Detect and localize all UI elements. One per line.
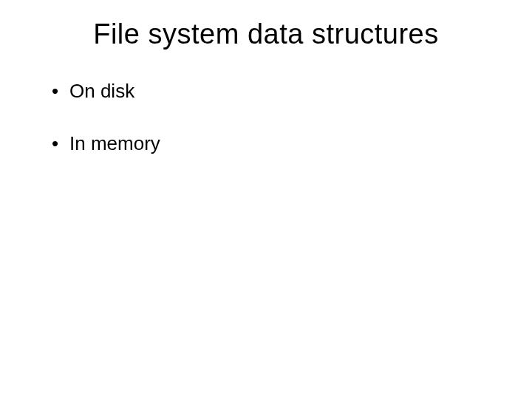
list-item: On disk <box>52 80 495 103</box>
slide-container: File system data structures On disk In m… <box>0 0 532 399</box>
bullet-list: On disk In memory <box>37 80 495 155</box>
slide-title: File system data structures <box>37 18 495 50</box>
list-item: In memory <box>52 132 495 155</box>
